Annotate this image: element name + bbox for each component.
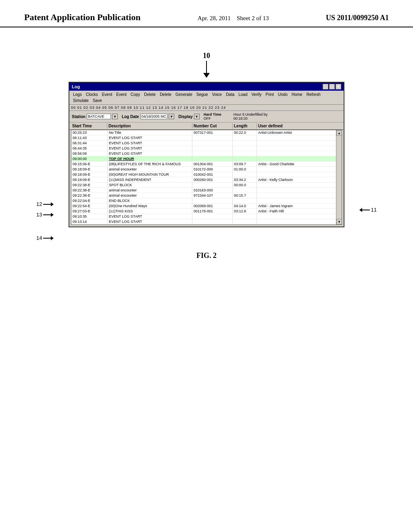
menu-save[interactable]: Save — [91, 98, 104, 104]
menu-event-logs[interactable]: Event — [114, 91, 129, 98]
hour-underfilled-label: Hour 9 Underfilled by — [234, 112, 268, 116]
menu-home[interactable]: Home — [290, 91, 305, 98]
menu-copy[interactable]: Copy — [129, 91, 142, 98]
close-button[interactable]: ✕ — [336, 84, 341, 89]
col-description: Description — [107, 123, 192, 129]
scroll-down-button[interactable]: ▼ — [336, 219, 342, 224]
menu-load[interactable]: Load — [236, 91, 249, 98]
station-select[interactable]: BATCAVE — [87, 114, 111, 119]
table-row[interactable]: 08:56:09 EVENT LOG START — [71, 151, 342, 156]
menu-segue[interactable]: Segue — [194, 91, 210, 98]
cell-num: 007317-001 — [192, 130, 233, 135]
table-header: Start Time Description Number Cut Length… — [69, 123, 344, 130]
menu-data[interactable]: Data — [224, 91, 236, 98]
cell-len: 00:22.0 — [233, 130, 257, 135]
cell-start: 00:25:23 — [71, 130, 108, 135]
menu-refresh[interactable]: Refresh — [305, 91, 323, 98]
display-dropdown-arrow[interactable]: ▼ — [194, 114, 200, 119]
ref-label-13: 13 — [36, 212, 51, 218]
logdate-label: Log Date — [122, 114, 139, 119]
scrollbar: ▲ ▼ — [336, 130, 342, 224]
title-bar-buttons: _ □ ✕ — [323, 84, 341, 89]
table-row[interactable]: 06:44:35 EVENT LOG START — [71, 146, 342, 151]
menu-delete[interactable]: Delete — [142, 91, 158, 98]
hour-underfilled-group: Hour 9 Underfilled by 00:18:20 — [234, 112, 268, 121]
table-row[interactable]: 09:10:35 EVENT LOG START — [71, 214, 342, 219]
station-label: Station — [72, 114, 86, 119]
patent-title: Patent Application Publication — [24, 12, 140, 23]
hard-time-group: Hard Time OFF — [204, 112, 221, 121]
menu-print[interactable]: Print — [264, 91, 276, 98]
table-row[interactable]: 06:31:44 EVENT LOG START — [71, 141, 342, 146]
menu-logs[interactable]: Logs — [71, 91, 84, 98]
app-window: Log _ □ ✕ Logs Clocks Event Event Copy D… — [69, 82, 344, 227]
table-row[interactable]: 09:15:06-E (08)LIFESTYLES OF THE RICH & … — [71, 162, 342, 167]
table-row[interactable]: 09:22:38-E animal encounter 972344-107 0… — [71, 193, 342, 198]
ref-label-12: 12 — [36, 201, 51, 207]
table-row[interactable]: 09:19:09-E (11)MISS INDEPENDENT 000260-0… — [71, 177, 342, 183]
menu-clocks[interactable]: Clocks — [84, 91, 100, 98]
window-title: Log — [72, 84, 80, 89]
patent-header: Patent Application Publication Apr. 28, … — [0, 0, 413, 27]
logdate-field-group: Log Date 04/18/2005 MC ▼ — [122, 114, 174, 119]
station-row: Station BATCAVE ▼ Log Date 04/18/2005 MC… — [69, 111, 344, 123]
patent-date: Apr. 28, 2011 Sheet 2 of 13 — [198, 15, 269, 22]
scroll-up-button[interactable]: ▲ — [336, 130, 342, 136]
diagram-label-10: 10 — [0, 52, 413, 60]
display-field-group: Display ▼ — [178, 114, 200, 119]
table-row[interactable]: 09:22:38-E SPOT BLOCK 00:00.0 — [71, 183, 342, 188]
logdate-select[interactable]: 04/18/2005 MC — [140, 114, 168, 119]
table-row[interactable]: 09:22:38-E animal encounter 010163-000 — [71, 188, 342, 193]
col-number-cut: Number Cut — [192, 123, 233, 129]
display-label: Display — [178, 114, 193, 119]
col-user-defined: User defined — [257, 123, 342, 129]
title-bar: Log _ □ ✕ — [69, 83, 344, 91]
menu-event[interactable]: Event — [100, 91, 115, 98]
hard-time-label: Hard Time — [204, 112, 221, 116]
table-row[interactable]: 09:27:03-E (11)THIS KISS 001176-001 03:1… — [71, 209, 342, 214]
hard-time-value: OFF — [204, 116, 211, 121]
cell-user: Artist-Unknown Artist — [257, 130, 342, 135]
menu-generate[interactable]: Generate — [173, 91, 194, 98]
menu-verify[interactable]: Verify — [250, 91, 264, 98]
table-row[interactable]: 09:13:14 EVENT LOG START — [71, 219, 342, 224]
menu-voice[interactable]: Voice — [210, 91, 224, 98]
station-dropdown-arrow[interactable]: ▼ — [112, 114, 118, 119]
minimize-button[interactable]: _ — [323, 84, 328, 89]
table-content: 00:25:23 No Title 007317-001 00:22.0 Art… — [71, 130, 342, 225]
table-row[interactable]: 09:22:54-E (00)One Hundred Ways 002069-0… — [71, 204, 342, 209]
ref-label-14: 14 — [36, 235, 51, 241]
table-row-top-of-hour[interactable]: 09:00:00 TOP OF HOUR — [71, 156, 342, 162]
ref-label-11: 11 — [362, 207, 377, 213]
menu-delete2[interactable]: Delete — [158, 91, 173, 98]
hour-underfilled-value: 00:18:20 — [234, 116, 248, 121]
logdate-dropdown-arrow[interactable]: ▼ — [169, 114, 174, 119]
col-start-time: Start Time — [71, 123, 107, 129]
table-row[interactable]: 09:22:04-E END BLOCK — [71, 198, 342, 204]
table-row[interactable]: 09:18:09-E animal encounter 010172-000 0… — [71, 167, 342, 172]
hour-bar: 00 01 02 03 04 05 06 07 08 09 10 11 12 1… — [69, 105, 344, 111]
table-row[interactable]: 06:11:43 EVENT LOG START — [71, 135, 342, 141]
maximize-button[interactable]: □ — [329, 84, 335, 89]
figure-label: FIG. 2 — [0, 251, 413, 260]
menu-undo[interactable]: Undo — [276, 91, 290, 98]
diagram-area: 12 13 14 11 Log _ □ ✕ Logs Clocks Event — [24, 82, 389, 227]
table-row[interactable]: 00:25:23 No Title 007317-001 00:22.0 Art… — [71, 130, 342, 135]
patent-number: US 2011/0099250 A1 — [326, 14, 389, 22]
menu-bar: Logs Clocks Event Event Copy Delete Dele… — [69, 91, 344, 105]
col-length: Length — [233, 123, 257, 129]
table-row[interactable]: 09:18:09-E (00)GREAT HIGH MOUNTAIN TOUR … — [71, 172, 342, 177]
station-field-group: Station BATCAVE ▼ — [72, 114, 118, 119]
diagram-arrow — [0, 61, 413, 78]
cell-desc: No Title — [108, 130, 192, 135]
menu-simulate[interactable]: Simulate — [71, 98, 91, 104]
